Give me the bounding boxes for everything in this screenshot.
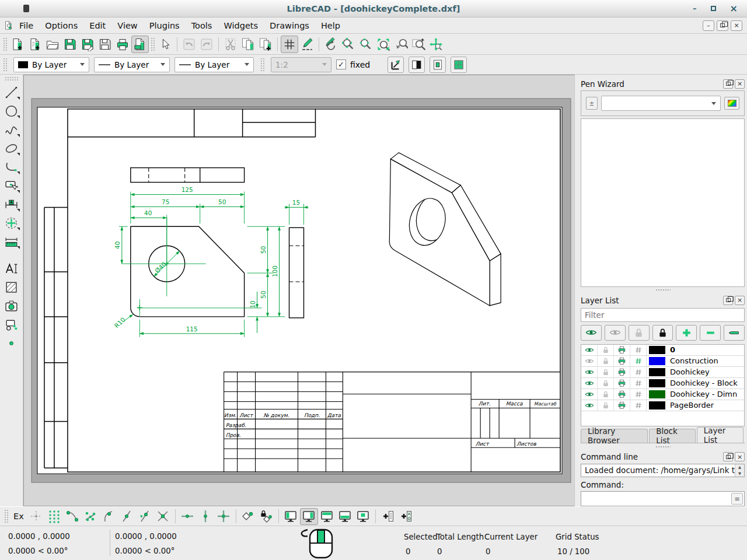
layer-row[interactable]: Doohickey - Block <box>581 378 744 389</box>
fixed-checkbox[interactable]: ✓ <box>336 60 346 69</box>
layer-construction-toggle[interactable] <box>630 345 647 355</box>
set-relative-zero-button[interactable] <box>239 508 257 525</box>
layer-lock-toggle[interactable] <box>598 400 614 411</box>
unlock-all-layers-button[interactable] <box>629 325 650 341</box>
menu-view[interactable]: View <box>111 19 143 32</box>
circle-tool-button[interactable] <box>2 102 22 120</box>
menu-tools[interactable]: Tools <box>186 19 218 32</box>
layer-color-swatch[interactable] <box>649 346 665 354</box>
layer-visibility-toggle[interactable] <box>581 345 598 355</box>
layer-visibility-toggle[interactable] <box>581 389 598 400</box>
auto-zoom-button[interactable] <box>375 36 392 53</box>
float-panel-button[interactable] <box>723 452 733 461</box>
layer-print-toggle[interactable] <box>614 378 630 388</box>
mdi-close-button[interactable]: × <box>731 20 742 31</box>
layer-filter-input[interactable] <box>585 310 741 320</box>
layer-lock-toggle[interactable] <box>598 356 614 366</box>
command-options-button[interactable]: ≡ <box>731 493 743 505</box>
spline-tool-button[interactable] <box>2 120 22 139</box>
add-command-widget-button[interactable] <box>379 508 397 525</box>
redraw-button[interactable] <box>322 36 340 53</box>
lock-relative-zero-button[interactable] <box>257 508 275 525</box>
layer-row[interactable]: PageBorder <box>581 400 744 411</box>
snap-middle-button[interactable] <box>118 508 136 525</box>
layer-lock-toggle[interactable] <box>598 389 614 400</box>
close-panel-button[interactable]: × <box>735 296 745 305</box>
toolbar-handle[interactable] <box>151 37 155 51</box>
block-tool-button[interactable] <box>2 315 22 334</box>
add-custom-widget-button[interactable] <box>397 508 415 525</box>
layer-construction-toggle[interactable] <box>630 389 647 400</box>
point-tool-button[interactable] <box>2 334 22 352</box>
undo-button[interactable] <box>180 36 198 53</box>
maximize-button[interactable] <box>711 6 716 11</box>
layer-color-swatch[interactable] <box>649 401 665 410</box>
paste-button[interactable] <box>257 36 274 53</box>
print-button[interactable] <box>114 36 131 53</box>
close-panel-button[interactable]: × <box>735 79 745 89</box>
minimize-button[interactable]: – <box>693 5 697 12</box>
layer-print-toggle[interactable] <box>614 356 630 366</box>
layer-row[interactable]: 0 <box>581 345 744 356</box>
hatch-tool-button[interactable] <box>2 278 22 296</box>
layer-construction-toggle[interactable] <box>630 356 647 366</box>
edit-layer-button[interactable] <box>724 325 745 341</box>
layer-row[interactable]: Construction <box>581 356 744 367</box>
modify-tool-button[interactable] <box>2 214 22 232</box>
layer-visibility-toggle[interactable] <box>581 378 598 388</box>
lock-all-layers-button[interactable] <box>652 325 673 341</box>
restrict-vertical-button[interactable] <box>197 508 215 525</box>
layer-construction-toggle[interactable] <box>630 367 647 377</box>
ellipse-tool-button[interactable] <box>2 139 22 158</box>
layer-construction-toggle[interactable] <box>630 400 647 411</box>
draft-toggle-button[interactable] <box>298 36 316 53</box>
layer-visibility-toggle[interactable] <box>581 400 598 411</box>
save-button[interactable] <box>61 36 79 53</box>
linetype-combo[interactable]: By Layer <box>174 57 254 72</box>
menu-help[interactable]: Help <box>315 19 346 32</box>
print-preview-button[interactable] <box>131 36 149 53</box>
layer-visibility-toggle[interactable] <box>581 367 598 377</box>
dock-top-button[interactable] <box>318 508 336 525</box>
layer-print-toggle[interactable] <box>614 345 630 355</box>
polyline-tool-button[interactable] <box>2 158 22 176</box>
remove-layer-button[interactable] <box>700 325 721 341</box>
pen-spin-button[interactable]: ± <box>586 97 598 110</box>
pen-combo[interactable] <box>601 96 721 111</box>
dock-splitter[interactable] <box>581 443 745 450</box>
add-layer-button[interactable] <box>676 325 697 341</box>
scroll-down-button[interactable]: ▼ <box>735 470 744 477</box>
restrict-orthogonal-button[interactable] <box>215 508 233 525</box>
layer-print-toggle[interactable] <box>614 400 630 411</box>
layer-color-swatch[interactable] <box>649 379 665 387</box>
image-tool-button[interactable] <box>2 296 22 315</box>
hide-all-layers-button[interactable] <box>605 325 626 341</box>
new-button[interactable] <box>9 36 26 53</box>
tab-block-list[interactable]: Block List <box>649 429 695 443</box>
color-combo[interactable]: By Layer <box>13 57 89 72</box>
grid-toggle-button[interactable] <box>281 36 298 53</box>
layer-lock-toggle[interactable] <box>598 367 614 377</box>
mdi-restore-button[interactable] <box>717 20 728 31</box>
save-as-button[interactable] <box>79 36 96 53</box>
snap-free-button[interactable] <box>27 508 46 525</box>
select-pointer-button[interactable] <box>156 36 174 53</box>
snap-grid-button[interactable] <box>46 508 64 525</box>
toolbar-handle[interactable] <box>3 58 7 72</box>
dock-splitter[interactable] <box>581 287 745 294</box>
menu-drawings[interactable]: Drawings <box>264 19 315 32</box>
snap-on-entity-button[interactable] <box>82 508 100 525</box>
scroll-up-button[interactable]: ▲ <box>735 464 744 471</box>
toolbar-handle[interactable] <box>260 58 264 72</box>
zoom-previous-button[interactable] <box>392 36 410 53</box>
dock-bottom-button[interactable] <box>336 508 354 525</box>
menu-edit[interactable]: Edit <box>83 19 111 32</box>
float-panel-button[interactable] <box>723 79 733 89</box>
redo-button[interactable] <box>198 36 215 53</box>
zoom-pan-button[interactable] <box>427 36 445 53</box>
pen-wizard-list[interactable] <box>581 118 745 286</box>
command-input[interactable] <box>582 494 731 503</box>
menu-widgets[interactable]: Widgets <box>218 19 264 32</box>
quad-grid-button[interactable] <box>451 57 467 73</box>
dimension-tool-button[interactable] <box>2 195 22 214</box>
